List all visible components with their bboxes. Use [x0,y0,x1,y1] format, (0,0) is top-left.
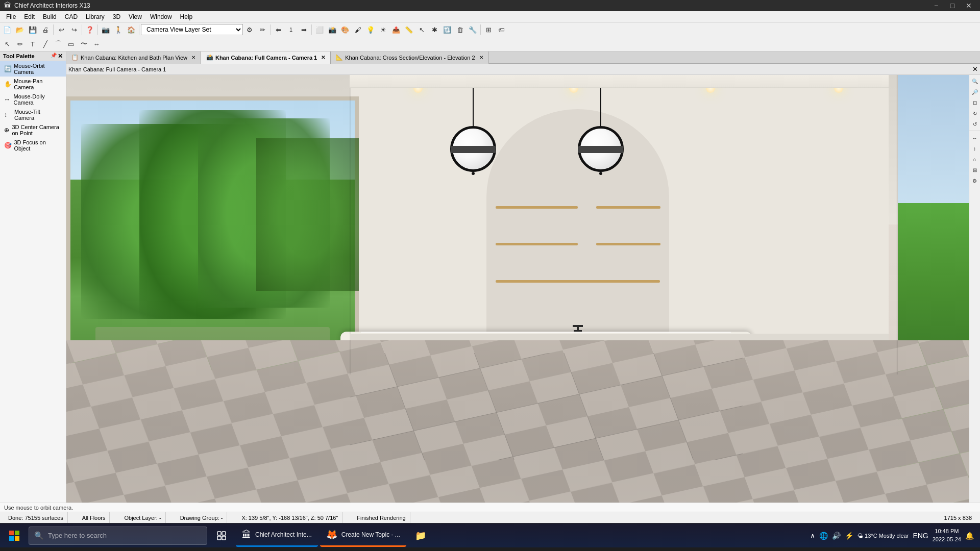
next-btn[interactable]: ➡ [298,23,310,36]
close-button[interactable]: ✕ [962,0,976,11]
move-btn[interactable]: ✱ [428,23,440,36]
menu-file[interactable]: File [2,11,20,22]
rendering-btn[interactable]: 🎨 [339,23,351,36]
tool-orbit-camera[interactable]: 🔄 Mouse-Orbit Camera [0,61,66,77]
maximize-button[interactable]: □ [945,0,960,11]
layers-right-btn[interactable]: ⊞ [970,165,980,175]
system-clock[interactable]: 10:48 PM 2022-05-24 [933,528,961,543]
open-button[interactable]: 📂 [14,23,26,36]
select-tool[interactable]: ↖ [1,38,13,50]
minimize-button[interactable]: − [929,0,943,11]
tool-pan-camera[interactable]: ✋ Mouse-Pan Camera [0,77,66,92]
tab-close-camera1[interactable]: ✕ [321,55,325,60]
tab-camera1[interactable]: 📸 Khan Cabana: Full Camera - Camera 1 ✕ [201,52,331,64]
rotate-cw-btn[interactable]: ↻ [970,108,980,118]
layer-display-btn[interactable]: ⊞ [482,23,495,36]
line-tool[interactable]: ╱ [39,38,52,50]
menu-view[interactable]: View [125,11,146,22]
measure-btn[interactable]: 📏 [403,23,415,36]
keyboard-lang-icon[interactable]: ENG [913,532,928,540]
tab-icon: 📋 [71,54,79,61]
export-btn[interactable]: 📤 [390,23,402,36]
tool-palette-pin[interactable]: 📌 [51,53,57,60]
taskbar-search[interactable]: 🔍 Type here to search [29,527,207,545]
menu-build[interactable]: Build [39,11,61,22]
lights-btn[interactable]: 💡 [364,23,377,36]
doll-house-btn[interactable]: 🏠 [125,23,137,36]
task-view-button[interactable] [209,523,234,548]
menu-help[interactable]: Help [176,11,197,22]
pan-vert-btn[interactable]: ↕ [970,143,980,154]
pan-right-btn[interactable]: ↔ [970,133,980,143]
layer-set-settings[interactable]: ⚙ [243,23,256,36]
separator7 [480,24,481,35]
battery-icon[interactable]: ⚡ [845,532,853,540]
app-logo-icon: 🏛 [4,2,11,10]
delete-btn[interactable]: 🗑 [454,23,466,36]
chevron-up-icon[interactable]: ∧ [810,532,815,540]
prev-btn[interactable]: ⬅ [272,23,284,36]
text-tool[interactable]: T [27,38,39,50]
volume-icon[interactable]: 🔊 [832,532,841,540]
taskbar-app-chief-architect[interactable]: 🏛 Chief Architect Inte... [236,524,318,547]
select-btn[interactable]: ↖ [415,23,428,36]
start-button[interactable] [2,523,27,548]
tab-close-elevation[interactable]: ✕ [479,55,483,60]
notification-icon[interactable]: 🔔 [965,532,974,540]
reset-btn[interactable]: ⌂ [970,154,980,164]
undo-button[interactable]: ↩ [55,23,67,36]
3d-view[interactable]: 🔍 🔎 ⊡ ↻ ↺ ↔ ↕ ⌂ ⊞ ⚙ [66,75,980,503]
menu-cad[interactable]: CAD [61,11,82,22]
tool-tilt-camera[interactable]: ↕ Mouse-Tilt Camera [0,107,66,122]
tab-close-plan[interactable]: ✕ [191,55,195,60]
tab-plan-view[interactable]: 📋 Khan Cabana: Kitchen and Bath Plan Vie… [66,52,201,64]
edit-tool[interactable]: ✏ [14,38,26,50]
new-button[interactable]: 📄 [1,23,13,36]
status-done: Done: 75155 surfaces [4,512,68,523]
adjust-btn[interactable]: 🔧 [467,23,479,36]
sun-btn[interactable]: ☀ [377,23,389,36]
menu-edit[interactable]: Edit [20,11,39,22]
network-icon[interactable]: 🌐 [819,532,828,540]
print-button[interactable]: 🖨 [39,23,52,36]
zoom-in-btn[interactable]: 🔍 [970,76,980,86]
taskbar-app-firefox[interactable]: 🦊 Create New Topic - ... [320,524,406,547]
scene-properties-btn[interactable]: ⚙ [970,176,980,186]
save-button[interactable]: 💾 [27,23,39,36]
arc-tool[interactable]: ⌒ [52,38,64,50]
menu-3d[interactable]: 3D [109,11,125,22]
rect-tool[interactable]: ▭ [65,38,77,50]
sub-tab-close-btn[interactable]: ✕ [972,65,978,73]
zoom-out-btn[interactable]: 🔎 [970,87,980,97]
menu-library[interactable]: Library [82,11,109,22]
tool-center-camera[interactable]: ⊕ 3D Center Camera on Point [0,122,66,138]
materials-btn[interactable]: 🖌 [352,23,364,36]
taskbar-files-button[interactable]: 📁 [408,523,433,548]
title-bar-controls[interactable]: − □ ✕ [929,0,976,11]
fit-btn[interactable]: ⊡ [970,97,980,108]
redo-button[interactable]: ↪ [68,23,80,36]
layer-set-dropdown[interactable]: Camera View Layer Set [141,24,243,35]
help-button[interactable]: ❓ [84,23,96,36]
camera-view-btn[interactable]: 📷 [100,23,112,36]
camera-3d-btn[interactable]: 📸 [326,23,338,36]
menu-window[interactable]: Window [146,11,176,22]
center-icon: ⊕ [4,127,10,134]
rotate-btn[interactable]: 🔃 [441,23,453,36]
active-view-title: Khan Cabana: Full Camera - Camera 1 [68,66,166,72]
tab-elevation[interactable]: 📐 Khan Cabana: Cross Section/Elevation -… [331,52,488,64]
anno-btn[interactable]: 🏷 [495,23,507,36]
spline-tool[interactable]: 〜 [78,38,90,50]
dimension-tool[interactable]: ↔ [90,38,103,50]
tool-focus-object[interactable]: 🎯 3D Focus on Object [0,138,66,153]
tab-icon: 📸 [206,54,213,61]
tool-palette-close[interactable]: ✕ [58,53,63,60]
tool-dolly-camera[interactable]: ↔ Mouse-Dolly Camera [0,92,66,107]
search-icon: 🔍 [34,531,44,540]
rotate-ccw-btn[interactable]: ↺ [970,119,980,129]
pan-icon: ✋ [4,81,12,88]
layer-set-edit[interactable]: ✏ [256,23,268,36]
walk-view-btn[interactable]: 🚶 [112,23,125,36]
plan-view-btn[interactable]: ⬜ [313,23,326,36]
search-placeholder: Type here to search [48,532,107,539]
